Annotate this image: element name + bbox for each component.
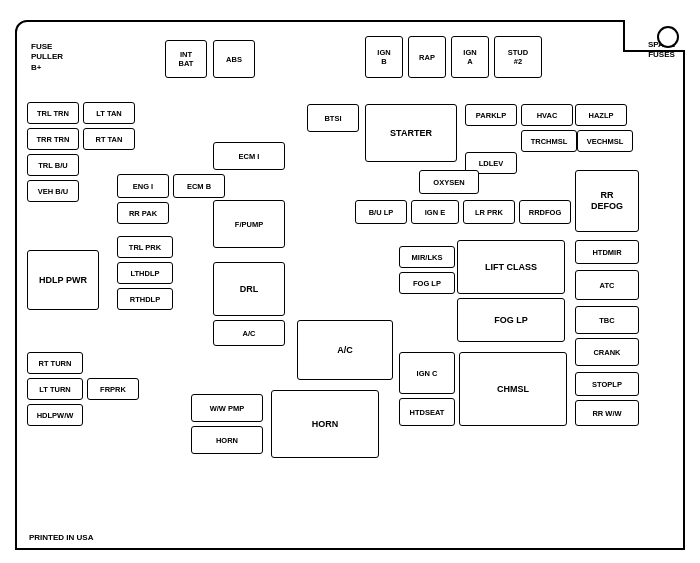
fuse-hdlp-pwr: HDLP PWR bbox=[27, 250, 99, 310]
fuse-ac-small: A/C bbox=[213, 320, 285, 346]
fuse-hazlp: HAZLP bbox=[575, 104, 627, 126]
fuse-ign-e: IGN E bbox=[411, 200, 459, 224]
fuse-abs: ABS bbox=[213, 40, 255, 78]
fuse-lr-prk: LR PRK bbox=[463, 200, 515, 224]
fuse-hvac: HVAC bbox=[521, 104, 573, 126]
fuse-rr-defog: RRDEFOG bbox=[575, 170, 639, 232]
corner-circle bbox=[657, 26, 679, 48]
fuse-rap: RAP bbox=[408, 36, 446, 78]
fuse-horn-small: HORN bbox=[191, 426, 263, 454]
fuse-lift-class: LIFT CLASS bbox=[457, 240, 565, 294]
fuse-int-bat: INTBAT bbox=[165, 40, 207, 78]
fuse-ign-c: IGN C bbox=[399, 352, 455, 394]
fuse-btsi: BTSI bbox=[307, 104, 359, 132]
fuse-fog-lp-small: FOG LP bbox=[399, 272, 455, 294]
fuse-stud2: STUD#2 bbox=[494, 36, 542, 78]
fuse-rthdlp: RTHDLP bbox=[117, 288, 173, 310]
fuse-lthdlp: LTHDLP bbox=[117, 262, 173, 284]
fuse-vechmsl: VECHMSL bbox=[577, 130, 633, 152]
fuse-hdlpww: HDLPW/W bbox=[27, 404, 83, 426]
fuse-ign-a: IGNA bbox=[451, 36, 489, 78]
fuse-lt-turn: LT TURN bbox=[27, 378, 83, 400]
fuse-horn-large: HORN bbox=[271, 390, 379, 458]
fuse-stoplp: STOPLP bbox=[575, 372, 639, 396]
fuse-rr-pak: RR PAK bbox=[117, 202, 169, 224]
fuse-lt-tan: LT TAN bbox=[83, 102, 135, 124]
fuse-trl-prk: TRL PRK bbox=[117, 236, 173, 258]
fuse-ww-pmp: W/W PMP bbox=[191, 394, 263, 422]
fuse-rrdfog: RRDFOG bbox=[519, 200, 571, 224]
fuse-trl-bu: TRL B/U bbox=[27, 154, 79, 176]
fuse-rt-turn: RT TURN bbox=[27, 352, 83, 374]
fuse-mir-lks: MIR/LKS bbox=[399, 246, 455, 268]
fuse-ecmb: ECM B bbox=[173, 174, 225, 198]
fuse-trl-trn: TRL TRN bbox=[27, 102, 79, 124]
fuse-fpump: F/PUMP bbox=[213, 200, 285, 248]
fuse-trr-trn: TRR TRN bbox=[27, 128, 79, 150]
printed-label: PRINTED IN USA bbox=[29, 533, 93, 542]
fuse-htdmir: HTDMIR bbox=[575, 240, 639, 264]
fuse-ecm1: ECM I bbox=[213, 142, 285, 170]
fuse-veh-bu: VEH B/U bbox=[27, 180, 79, 202]
fuse-ac-large: A/C bbox=[297, 320, 393, 380]
fuse-baju-lp: B/U LP bbox=[355, 200, 407, 224]
fuse-rt-tan: RT TAN bbox=[83, 128, 135, 150]
fuse-drl: DRL bbox=[213, 262, 285, 316]
fuse-crank: CRANK bbox=[575, 338, 639, 366]
fuse-box: FUSEPULLERB+ SPAREFUSES PRINTED IN USA I… bbox=[15, 20, 685, 550]
fuse-puller-label: FUSEPULLERB+ bbox=[31, 42, 63, 73]
fuse-oxysen: OXYSEN bbox=[419, 170, 479, 194]
fuse-fog-lp-large: FOG LP bbox=[457, 298, 565, 342]
fuse-frprk: FRPRK bbox=[87, 378, 139, 400]
fuse-parklp: PARKLP bbox=[465, 104, 517, 126]
fuse-starter: STARTER bbox=[365, 104, 457, 162]
fuse-trchmsl: TRCHMSL bbox=[521, 130, 577, 152]
fuse-rr-ww: RR W/W bbox=[575, 400, 639, 426]
main-container: FUSEPULLERB+ SPAREFUSES PRINTED IN USA I… bbox=[0, 0, 700, 563]
fuse-atc: ATC bbox=[575, 270, 639, 300]
fuse-chmsl: CHMSL bbox=[459, 352, 567, 426]
fuse-eng1: ENG I bbox=[117, 174, 169, 198]
fuse-ign-b: IGNB bbox=[365, 36, 403, 78]
fuse-htdseat: HTDSEAT bbox=[399, 398, 455, 426]
fuse-tbc: TBC bbox=[575, 306, 639, 334]
